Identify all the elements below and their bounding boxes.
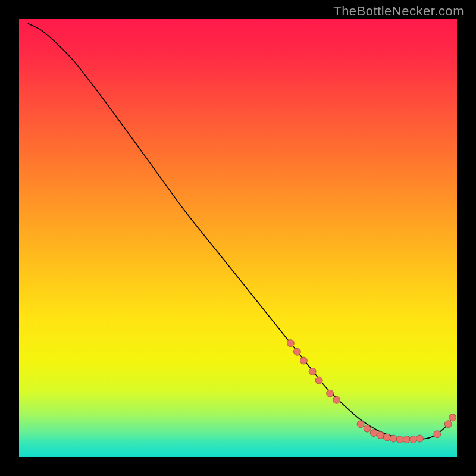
data-marker — [293, 348, 300, 355]
data-marker — [364, 425, 371, 432]
data-marker — [390, 435, 397, 442]
watermark-text: TheBottleNecker.com — [333, 4, 464, 19]
data-marker — [403, 436, 410, 443]
data-marker — [383, 434, 390, 441]
data-marker — [409, 436, 416, 443]
data-marker — [377, 431, 384, 439]
data-marker — [396, 436, 403, 443]
data-marker — [370, 430, 377, 437]
data-marker — [287, 340, 294, 347]
data-marker — [357, 421, 364, 428]
gradient-background — [19, 19, 457, 457]
data-marker — [449, 414, 456, 421]
data-marker — [434, 431, 441, 438]
chart-frame: TheBottleNecker.com — [0, 0, 476, 476]
data-marker — [300, 357, 307, 364]
data-marker — [416, 435, 423, 442]
data-marker — [333, 396, 340, 403]
data-marker — [309, 368, 316, 375]
bottleneck-chart — [19, 19, 457, 457]
data-marker — [327, 390, 334, 397]
data-marker — [444, 421, 452, 428]
data-marker — [315, 377, 322, 384]
